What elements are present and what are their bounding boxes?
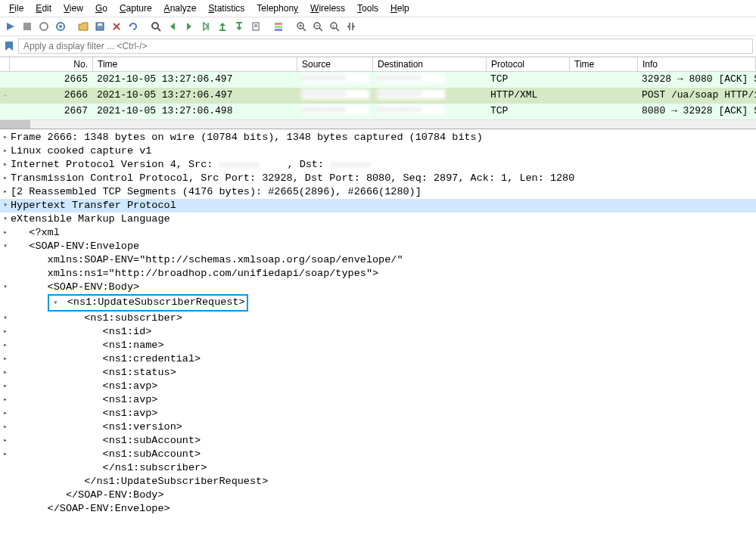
menu-analyze[interactable]: Analyze <box>158 2 203 15</box>
tree-node[interactable]: ▸Internet Protocol Version 4, Src: xxxxx… <box>0 158 756 172</box>
expander-icon[interactable]: ▾ <box>51 296 61 310</box>
tree-node[interactable]: ▸ <ns1:version> <box>0 420 756 434</box>
menu-go[interactable]: Go <box>89 2 114 15</box>
menu-telephony[interactable]: Telephony <box>250 2 304 15</box>
menu-help[interactable]: Help <box>384 2 415 15</box>
column-dest-header[interactable]: Destination <box>373 57 487 71</box>
menu-capture[interactable]: Capture <box>114 2 158 15</box>
packet-row[interactable]: →26662021-10-05 13:27:06.497xxxxxxxxxxxx… <box>0 88 756 104</box>
tree-node[interactable]: </SOAP-ENV:Envelope> <box>0 502 756 516</box>
zoom-in-icon[interactable] <box>294 19 309 34</box>
start-capture-icon[interactable] <box>3 19 18 34</box>
colorize-icon[interactable] <box>271 19 286 34</box>
tree-node[interactable]: ▾ <SOAP-ENV:Envelope <box>0 240 756 253</box>
tree-node[interactable]: ▸ <ns1:name> <box>0 339 756 352</box>
expander-icon[interactable]: ▸ <box>0 339 11 352</box>
tree-node[interactable]: xmlns:SOAP-ENV="http://schemas.xmlsoap.o… <box>0 253 756 267</box>
column-protocol-header[interactable]: Protocol <box>487 57 570 71</box>
tree-node[interactable]: ▸Linux cooked capture v1 <box>0 144 756 158</box>
tree-node[interactable]: </ns1:subscriber> <box>0 461 756 475</box>
expander-icon[interactable]: ▸ <box>0 144 11 158</box>
tree-node[interactable]: ▸ <ns1:status> <box>0 366 756 380</box>
menu-view[interactable]: View <box>58 2 89 15</box>
tree-node[interactable]: ▾Hypertext Transfer Protocol <box>0 199 756 212</box>
expander-icon[interactable]: ▸ <box>0 448 11 461</box>
tree-node[interactable]: ▸Frame 2666: 1348 bytes on wire (10784 b… <box>0 131 756 144</box>
menu-tools[interactable]: Tools <box>351 2 384 15</box>
packet-list-body[interactable]: 26652021-10-05 13:27:06.497xxxxxxxxxxxxx… <box>0 72 756 119</box>
expander-icon[interactable]: ▸ <box>0 172 11 185</box>
go-back-icon[interactable] <box>165 19 180 34</box>
column-time2-header[interactable]: Time <box>570 57 638 71</box>
go-last-icon[interactable] <box>232 19 247 34</box>
expander-icon[interactable]: ▸ <box>0 380 11 393</box>
packet-list-hscroll[interactable] <box>0 119 756 129</box>
expander-icon[interactable]: ▸ <box>0 226 11 240</box>
menu-edit[interactable]: Edit <box>30 2 58 15</box>
tree-node[interactable]: ▸ <ns1:avp> <box>0 380 756 393</box>
expander-icon[interactable]: ▸ <box>0 366 11 380</box>
expander-icon[interactable]: ▸ <box>0 407 11 420</box>
svg-marker-17 <box>219 23 226 26</box>
packet-row[interactable]: 26672021-10-05 13:27:06.498xxxxxxxxxxxxx… <box>0 104 756 119</box>
autoscroll-icon[interactable] <box>248 19 263 34</box>
column-source-header[interactable]: Source <box>297 57 373 71</box>
tree-node[interactable]: ▸ <ns1:subAccount> <box>0 434 756 448</box>
resize-columns-icon[interactable] <box>344 19 359 34</box>
expander-icon[interactable]: ▾ <box>0 199 11 212</box>
expander-icon[interactable]: ▸ <box>0 185 11 199</box>
zoom-reset-icon[interactable]: 1 <box>327 19 342 34</box>
menu-file[interactable]: File <box>3 2 30 15</box>
tree-node[interactable]: ▸ <ns1:subAccount> <box>0 448 756 461</box>
main-toolbar: 1 <box>0 17 756 36</box>
tree-node[interactable]: ▸[2 Reassembled TCP Segments (4176 bytes… <box>0 185 756 199</box>
expander-icon[interactable]: ▸ <box>0 352 11 366</box>
open-file-icon[interactable] <box>76 19 91 34</box>
tree-node[interactable]: ▾eXtensible Markup Language <box>0 212 756 226</box>
packet-details-pane[interactable]: ▸Frame 2666: 1348 bytes on wire (10784 b… <box>0 129 756 517</box>
tree-node[interactable]: ▾ <ns1:subscriber> <box>0 312 756 325</box>
capture-options-icon[interactable] <box>53 19 68 34</box>
tree-node[interactable]: </ns1:UpdateSubscriberRequest> <box>0 475 756 488</box>
menu-wireless[interactable]: Wireless <box>304 2 351 15</box>
go-to-packet-icon[interactable] <box>198 19 213 34</box>
save-file-icon[interactable] <box>92 19 107 34</box>
column-time-header[interactable]: Time <box>93 57 297 71</box>
display-filter-input[interactable] <box>18 39 753 54</box>
close-file-icon[interactable] <box>109 19 124 34</box>
expander-icon[interactable]: ▸ <box>0 325 11 339</box>
tree-node[interactable]: ▸ <?xml <box>0 226 756 240</box>
expander-icon[interactable]: ▸ <box>0 393 11 407</box>
menu-statistics[interactable]: Statistics <box>202 2 250 15</box>
zoom-out-icon[interactable] <box>310 19 325 34</box>
expander-icon[interactable]: ▾ <box>0 212 11 226</box>
go-first-icon[interactable] <box>215 19 230 34</box>
tree-node[interactable]: </SOAP-ENV:Body> <box>0 488 756 502</box>
tree-node[interactable]: ▸ <ns1:avp> <box>0 393 756 407</box>
column-info-header[interactable]: Info <box>638 57 756 71</box>
tree-node[interactable]: ▸ <ns1:credential> <box>0 352 756 366</box>
tree-node[interactable]: ▾ <ns1:UpdateSubscriberRequest> <box>0 294 756 312</box>
tree-node[interactable]: ▸ <ns1:id> <box>0 325 756 339</box>
expander-icon[interactable]: ▸ <box>0 131 11 144</box>
column-no-header[interactable]: No. <box>10 57 93 71</box>
expander-icon[interactable]: ▸ <box>0 420 11 434</box>
stop-capture-icon[interactable] <box>20 19 35 34</box>
tree-node[interactable]: xmlns:ns1="http://broadhop.com/unifiedap… <box>0 267 756 281</box>
packet-row[interactable]: 26652021-10-05 13:27:06.497xxxxxxxxxxxxx… <box>0 72 756 88</box>
expander-icon[interactable]: ▸ <box>0 158 11 172</box>
svg-rect-27 <box>275 29 282 31</box>
expander-icon[interactable]: ▾ <box>0 281 11 294</box>
restart-capture-icon[interactable] <box>36 19 51 34</box>
tree-node[interactable]: ▸Transmission Control Protocol, Src Port… <box>0 172 756 185</box>
go-forward-icon[interactable] <box>182 19 197 34</box>
expander-icon[interactable]: ▾ <box>0 240 11 253</box>
tree-node[interactable]: ▾ <SOAP-ENV:Body> <box>0 281 756 294</box>
expander-icon[interactable]: ▸ <box>0 434 11 448</box>
svg-marker-20 <box>236 27 242 30</box>
expander-icon[interactable]: ▾ <box>0 312 11 325</box>
find-packet-icon[interactable] <box>148 19 163 34</box>
tree-node[interactable]: ▸ <ns1:avp> <box>0 407 756 420</box>
reload-file-icon[interactable] <box>126 19 141 34</box>
bookmark-filter-icon[interactable] <box>3 40 15 52</box>
